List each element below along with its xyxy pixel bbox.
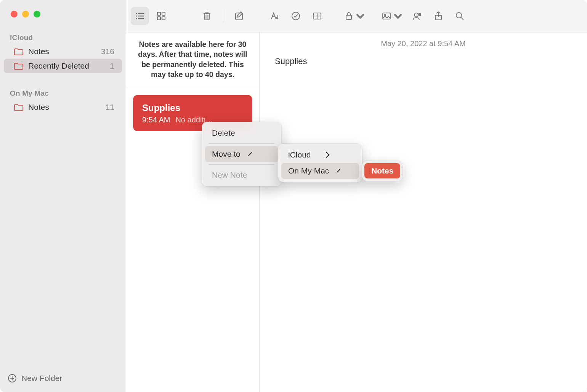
folder-icon [14,103,24,111]
compose-icon [234,11,245,21]
sidebar-folder-count: 1 [110,61,114,71]
photo-icon [381,11,392,21]
context-menu-move-to[interactable]: Move to [205,146,278,162]
sidebar-folder-label: Recently Deleted [28,61,110,71]
maximize-window-button[interactable] [34,11,40,18]
sidebar-folder-recently-deleted[interactable]: Recently Deleted 1 [4,59,122,73]
sidebar-folder-notes[interactable]: Notes 316 [4,44,122,59]
list-icon [135,11,145,21]
search-button[interactable] [451,7,469,25]
minimize-window-button[interactable] [22,11,29,18]
checklist-icon [290,11,301,21]
text-format-icon [269,11,280,21]
format-button[interactable] [265,7,284,25]
context-menu-new-note: New Note [205,167,278,183]
svg-rect-12 [162,17,165,20]
lock-icon [343,11,354,21]
deletion-notice: Notes are available here for 30 days. Af… [126,32,259,88]
svg-point-29 [456,13,462,18]
sidebar-section-label: iCloud [0,18,126,44]
chevron-right-icon [323,152,330,158]
context-menu-delete[interactable]: Delete [205,125,278,141]
lock-button[interactable] [343,7,366,25]
svg-point-5 [136,15,137,16]
destination-submenu: Notes [362,161,403,181]
sidebar-folders-local: Notes 11 [0,100,126,114]
menu-separator [209,143,274,144]
sidebar-folders-icloud: Notes 316 Recently Deleted 1 [0,44,126,73]
sidebar-folder-notes-local[interactable]: Notes 11 [4,100,122,114]
svg-point-7 [136,18,137,19]
sidebar-folder-count: 316 [101,47,114,56]
new-folder-button[interactable]: New Folder [0,374,126,392]
sidebar-folder-label: Notes [28,47,101,56]
share-button[interactable] [429,7,447,25]
close-window-button[interactable] [11,11,18,18]
move-to-icloud[interactable]: iCloud [281,147,359,163]
share-icon [433,11,444,21]
svg-rect-11 [157,17,160,20]
grid-icon [156,11,167,21]
svg-rect-10 [162,12,165,15]
collaborate-button[interactable] [408,7,426,25]
context-menu: Delete Move to New Note [202,122,281,186]
note-time: 9:54 AM [142,116,170,124]
folder-icon [14,47,24,56]
compose-button[interactable] [230,7,249,25]
toolbar-separator [223,9,223,23]
note-date: May 20, 2022 at 9:54 AM [260,32,587,50]
collaborate-icon [412,11,422,21]
plus-circle-icon [8,374,17,383]
svg-point-3 [136,13,137,14]
notes-list-column: Notes are available here for 30 days. Af… [126,0,260,392]
move-to-submenu: iCloud On My Mac [278,144,362,182]
folder-icon [14,62,24,70]
svg-rect-22 [383,13,390,19]
sidebar: iCloud Notes 316 Recently Deleted 1 On M… [0,0,126,392]
delete-button[interactable] [198,7,216,25]
window-controls [0,0,126,18]
sidebar-folder-count: 11 [106,103,114,112]
chevron-right-icon [337,169,340,173]
sidebar-section-label: On My Mac [0,73,126,100]
search-icon [454,11,465,21]
destination-notes[interactable]: Notes [364,163,400,178]
note-editor: May 20, 2022 at 9:54 AM Supplies [260,0,587,392]
menu-separator [209,164,274,165]
sidebar-folder-label: Notes [28,103,106,112]
chevron-down-icon [355,11,366,21]
svg-rect-21 [346,15,351,19]
table-button[interactable] [308,7,326,25]
table-icon [312,11,322,21]
list-view-button[interactable] [131,7,149,25]
svg-line-30 [461,17,464,20]
note-title: Supplies [142,103,243,113]
new-folder-label: New Folder [21,374,62,383]
chevron-down-icon [393,11,403,21]
note-body[interactable]: Supplies [260,50,587,73]
toolbar [126,0,587,32]
move-to-on-my-mac[interactable]: On My Mac [281,163,359,179]
chevron-right-icon [248,152,252,156]
svg-point-24 [414,13,418,17]
svg-rect-9 [157,12,160,15]
trash-icon [202,11,212,21]
gallery-view-button[interactable] [152,7,170,25]
checklist-button[interactable] [287,7,305,25]
media-button[interactable] [380,7,405,25]
